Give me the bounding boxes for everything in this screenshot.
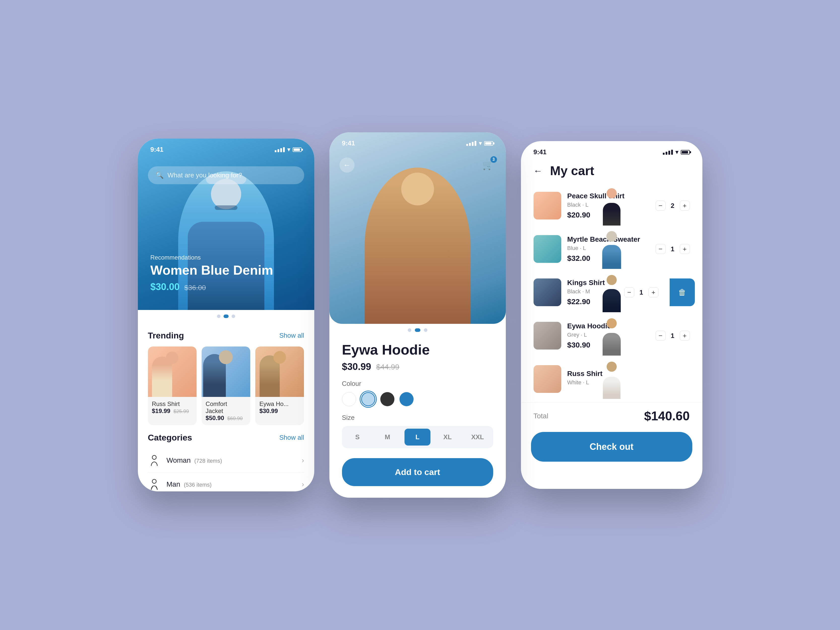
category-woman[interactable]: Woman (728 items) › [148, 448, 304, 472]
trending-header: Trending Show all [148, 331, 304, 341]
cart-badge: 3 [490, 156, 497, 163]
cart-button[interactable]: 🛒 3 [481, 158, 496, 173]
status-bar-2: 9:41 ▾ [329, 132, 506, 150]
trend-card-name-2: Comfort Jacket [206, 400, 246, 415]
cart-item-5: Russ Shirt White · L [529, 359, 695, 399]
trash-icon: 🗑 [678, 288, 686, 297]
cart-item-4: Eywa Hoodie Grey · L $30.90 − 1 + [529, 316, 695, 355]
woman-icon [148, 454, 161, 467]
qty-minus-2[interactable]: − [655, 244, 666, 254]
qty-control-1: − 2 + [655, 201, 690, 211]
hero-dots [138, 310, 314, 321]
cart-item-img-3 [534, 278, 561, 306]
cart-back-button[interactable]: ← [534, 166, 543, 176]
qty-minus-1[interactable]: − [655, 201, 666, 211]
category-woman-count: (728 items) [194, 458, 222, 464]
size-l[interactable]: L [404, 429, 431, 445]
status-icons-2: ▾ [466, 140, 493, 147]
hero-title: Women Blue Denim [150, 263, 273, 278]
category-man[interactable]: Man (536 items) › [148, 472, 304, 491]
cart-total-row: Total $140.60 [521, 403, 703, 428]
size-xxl[interactable]: XXL [464, 429, 490, 445]
cart-item-variant-5: White · L [567, 379, 690, 386]
search-placeholder: What are you looking for? [167, 171, 242, 179]
trend-card-img-3 [255, 346, 304, 397]
trend-card-price-1: $19.99 [152, 407, 171, 414]
trend-card-name-1: Russ Shirt [152, 400, 193, 407]
status-time-3: 9:41 [534, 148, 546, 156]
back-button[interactable]: ← [339, 158, 355, 173]
phones-container: 9:41 ▾ 🔍 What are you loo [138, 132, 703, 498]
product-dots [329, 324, 506, 336]
trend-card-1[interactable]: Russ Shirt $19.99 $25.99 [148, 346, 197, 425]
search-bar[interactable]: 🔍 What are you looking for? [148, 166, 304, 184]
hero-price: $30.00 [150, 281, 180, 292]
qty-plus-3[interactable]: + [649, 287, 658, 297]
product-person-image [365, 167, 471, 324]
product-content: Eywa Hoodie $30.99 $44.99 Colour Size S … [329, 336, 506, 494]
category-woman-name: Woman [167, 456, 191, 464]
qty-minus-3[interactable]: − [624, 287, 634, 297]
color-options [342, 392, 493, 406]
status-icons-3: ▾ [663, 149, 690, 155]
add-to-cart-button[interactable]: Add to cart [342, 458, 493, 486]
qty-num-3: 1 [638, 289, 644, 296]
cart-item-img-4 [534, 322, 561, 349]
categories-title: Categories [148, 433, 192, 442]
size-xl[interactable]: XL [434, 429, 461, 445]
color-black[interactable] [380, 392, 395, 406]
trend-card-2[interactable]: Comfort Jacket $50.90 $60.90 [202, 346, 250, 425]
search-icon: 🔍 [155, 171, 164, 179]
phone-home: 9:41 ▾ 🔍 What are you loo [138, 139, 314, 491]
total-label: Total [534, 412, 548, 420]
signal-icon-2 [466, 141, 476, 146]
size-s[interactable]: S [344, 429, 371, 445]
dot-1[interactable] [217, 314, 221, 318]
trending-show-all[interactable]: Show all [279, 332, 304, 339]
wifi-icon-2: ▾ [479, 140, 482, 147]
checkout-button[interactable]: Check out [531, 432, 692, 462]
cart-item-img-2 [534, 235, 561, 263]
product-price: $30.99 [342, 362, 371, 372]
svg-point-0 [152, 455, 156, 459]
dot-3[interactable] [232, 314, 235, 318]
p2-dot-1[interactable] [408, 328, 411, 332]
qty-plus-4[interactable]: + [680, 331, 690, 341]
signal-icon [275, 147, 285, 152]
p2-dot-3[interactable] [424, 328, 428, 332]
color-lightblue[interactable] [361, 392, 375, 406]
delete-button-3[interactable]: 🗑 [669, 278, 695, 306]
product-hero: 9:41 ▾ ← [329, 132, 506, 324]
category-woman-chevron: › [302, 456, 304, 464]
qty-control-2: − 1 + [655, 244, 690, 254]
product-name: Eywa Hoodie [342, 341, 493, 358]
wifi-icon-3: ▾ [676, 149, 678, 155]
battery-icon-2 [484, 141, 493, 146]
cart-item-2: Myrtle Beach Sweater Blue · L $32.00 − 1… [529, 229, 695, 269]
phone-product: 9:41 ▾ ← [329, 132, 506, 498]
qty-plus-1[interactable]: + [680, 201, 690, 211]
product-old-price: $44.99 [376, 363, 399, 371]
qty-plus-2[interactable]: + [680, 244, 690, 254]
trend-card-3[interactable]: Eywa Ho... $30.99 [255, 346, 304, 425]
category-man-count: (536 items) [184, 482, 212, 488]
trending-grid: Russ Shirt $19.99 $25.99 Comfort Jack [148, 346, 304, 425]
phone1-content: Trending Show all Russ Shirt $19.99 $25.… [138, 321, 314, 491]
qty-num-4: 1 [669, 332, 676, 340]
p2-dot-2[interactable] [415, 328, 420, 332]
status-time-1: 9:41 [150, 146, 164, 153]
cart-items-list: Peace Skull Shirt Black · L $20.90 − 2 +… [521, 186, 703, 403]
categories-show-all[interactable]: Show all [279, 434, 304, 442]
dot-2[interactable] [224, 314, 229, 318]
wifi-icon: ▾ [287, 147, 290, 153]
color-white[interactable] [342, 392, 356, 406]
hero-old-price: $36.00 [184, 284, 206, 292]
signal-icon-3 [663, 150, 673, 155]
trend-card-oldprice-2: $60.90 [227, 415, 243, 421]
cart-item-img-5 [534, 365, 561, 393]
cart-item-1: Peace Skull Shirt Black · L $20.90 − 2 + [529, 186, 695, 226]
qty-minus-4[interactable]: − [655, 331, 666, 341]
color-blue[interactable] [399, 392, 414, 406]
battery-icon-3 [681, 150, 690, 155]
size-m[interactable]: M [374, 429, 401, 445]
